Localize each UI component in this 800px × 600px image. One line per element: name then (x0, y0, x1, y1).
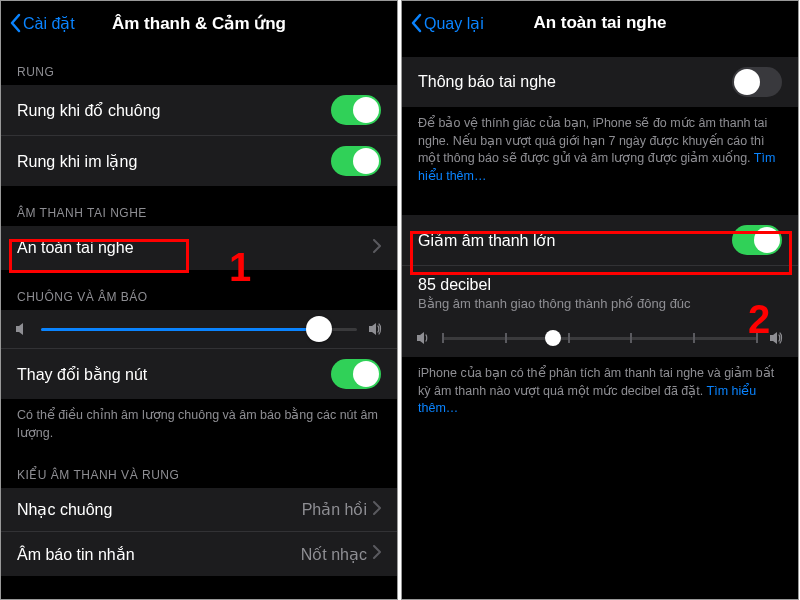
group-headphone: An toàn tai nghe (1, 226, 397, 270)
label: Giảm âm thanh lớn (418, 231, 732, 250)
chevron-right-icon (373, 239, 381, 257)
headphone-notifications-footer: Để bảo vệ thính giác của bạn, iPhone sẽ … (402, 107, 798, 191)
speaker-high-icon (768, 329, 786, 347)
decibel-block: 85 decibel Bằng âm thanh giao thông thàn… (402, 266, 798, 315)
chevron-right-icon (373, 501, 381, 519)
back-button[interactable]: Quay lại (410, 13, 484, 33)
ringer-volume-thumb[interactable] (306, 316, 332, 342)
footer-text: Để bảo vệ thính giác của bạn, iPhone sẽ … (418, 116, 767, 165)
decibel-title: 85 decibel (418, 276, 782, 294)
headphone-safety-screen: Quay lại An toàn tai nghe Thông báo tai … (401, 0, 799, 600)
row-reduce-loud[interactable]: Giảm âm thanh lớn (402, 215, 798, 266)
decibel-slider-row (402, 315, 798, 357)
chevron-left-icon (9, 13, 21, 33)
reduce-loud-footer: iPhone của bạn có thể phân tích âm thanh… (402, 357, 798, 424)
group-vibrate: Rung khi đổ chuông Rung khi im lặng (1, 85, 397, 186)
decibel-ticks (442, 333, 758, 343)
ringer-footer: Có thể điều chỉnh âm lượng chuông và âm … (1, 399, 397, 448)
section-header-sound-patterns: KIỂU ÂM THANH VÀ RUNG (1, 448, 397, 488)
row-change-with-buttons[interactable]: Thay đổi bằng nút (1, 349, 397, 399)
decibel-thumb[interactable] (545, 330, 561, 346)
section-header-vibrate: RUNG (1, 45, 397, 85)
label: Âm báo tin nhắn (17, 545, 301, 564)
ringtone-value: Phản hồi (302, 500, 367, 519)
navbar: Cài đặt Âm thanh & Cảm ứng (1, 1, 397, 45)
label: Thay đổi bằng nút (17, 365, 331, 384)
back-label: Cài đặt (23, 14, 75, 33)
label: Rung khi đổ chuông (17, 101, 331, 120)
back-label: Quay lại (424, 14, 484, 33)
group-ringer: Thay đổi bằng nút (1, 310, 397, 399)
section-header-headphone: ÂM THANH TAI NGHE (1, 186, 397, 226)
speaker-high-icon (367, 320, 385, 338)
decibel-track[interactable] (442, 337, 758, 340)
label: An toàn tai nghe (17, 239, 373, 257)
switch-headphone-notifications[interactable] (732, 67, 782, 97)
group-reduce-loud: Giảm âm thanh lớn 85 decibel Bằng âm tha… (402, 215, 798, 357)
row-news-sound[interactable]: Âm báo tin nhắn Nốt nhạc (1, 532, 397, 576)
chevron-left-icon (410, 13, 422, 33)
row-headphone-safety[interactable]: An toàn tai nghe (1, 226, 397, 270)
ringer-volume-track[interactable] (41, 328, 357, 331)
group-sound-patterns: Nhạc chuông Phản hồi Âm báo tin nhắn Nốt… (1, 488, 397, 576)
news-sound-value: Nốt nhạc (301, 545, 367, 564)
sounds-haptics-screen: Cài đặt Âm thanh & Cảm ứng RUNG Rung khi… (0, 0, 398, 600)
ringer-volume-fill (41, 328, 319, 331)
back-button[interactable]: Cài đặt (9, 13, 75, 33)
row-silent-vibrate[interactable]: Rung khi im lặng (1, 136, 397, 186)
label: Nhạc chuông (17, 500, 302, 519)
row-ring-vibrate[interactable]: Rung khi đổ chuông (1, 85, 397, 136)
row-ringtone[interactable]: Nhạc chuông Phản hồi (1, 488, 397, 532)
ringer-volume-slider-row (1, 310, 397, 349)
speaker-low-icon (13, 320, 31, 338)
switch-change-with-buttons[interactable] (331, 359, 381, 389)
navbar: Quay lại An toàn tai nghe (402, 1, 798, 45)
speaker-low-icon (414, 329, 432, 347)
switch-silent-vibrate[interactable] (331, 146, 381, 176)
chevron-right-icon (373, 545, 381, 563)
decibel-subtitle: Bằng âm thanh giao thông thành phố đông … (418, 296, 782, 311)
switch-ring-vibrate[interactable] (331, 95, 381, 125)
group-headphone-notifications: Thông báo tai nghe (402, 57, 798, 107)
switch-reduce-loud[interactable] (732, 225, 782, 255)
section-header-ringer: CHUÔNG VÀ ÂM BÁO (1, 270, 397, 310)
row-headphone-notifications[interactable]: Thông báo tai nghe (402, 57, 798, 107)
label: Rung khi im lặng (17, 152, 331, 171)
label: Thông báo tai nghe (418, 73, 732, 91)
